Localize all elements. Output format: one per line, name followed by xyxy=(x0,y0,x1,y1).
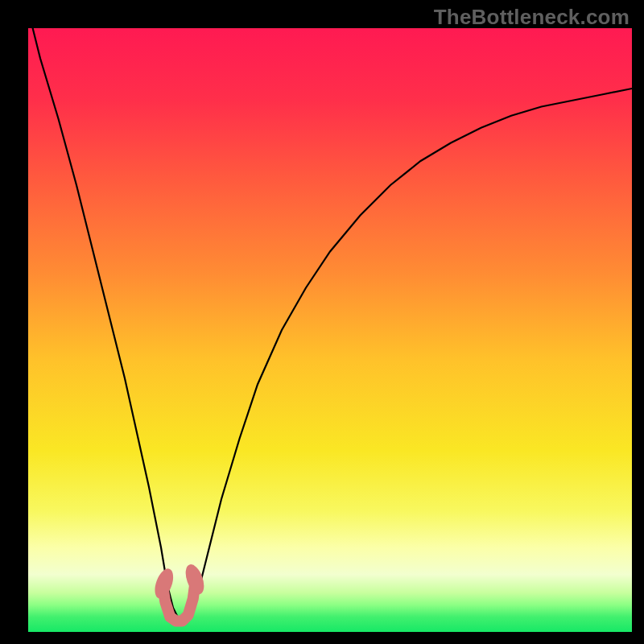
bottleneck-curve xyxy=(28,28,632,632)
watermark-text: TheBottleneck.com xyxy=(434,5,630,30)
plot-area xyxy=(28,28,632,632)
svg-point-1 xyxy=(151,566,177,601)
chart-frame: TheBottleneck.com xyxy=(0,0,644,644)
minimum-marker xyxy=(151,562,208,621)
